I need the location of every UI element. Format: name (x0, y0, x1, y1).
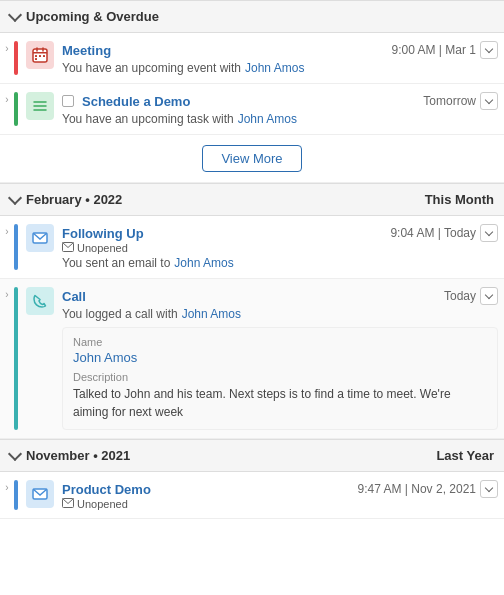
left-bar-meeting (14, 41, 18, 75)
expand-arrow-call[interactable]: › (0, 287, 14, 300)
dropdown-arrow-icon-following-up (485, 228, 493, 236)
expand-arrow-meeting[interactable]: › (0, 41, 14, 54)
section-header-february[interactable]: February • 2022 This Month (0, 183, 504, 216)
section-side-label-november: Last Year (436, 448, 494, 463)
item-top-meeting: Meeting 9:00 AM | Mar 1 (62, 41, 498, 59)
item-subtext-following-up: You sent an email to John Amos (62, 256, 498, 270)
item-right-following-up: 9:04 AM | Today (390, 224, 498, 242)
activity-item-meeting: › Meeting 9:00 AM | Mar 1 (0, 33, 504, 84)
item-right-call: Today (444, 287, 498, 305)
dropdown-arrow-icon-meeting (485, 45, 493, 53)
svg-rect-5 (39, 55, 41, 57)
activity-item-call: › Call Today (0, 279, 504, 439)
activity-item-product-demo: › Product Demo 9:47 AM | Nov 2, 2021 (0, 472, 504, 519)
item-icon-product-demo (26, 480, 54, 508)
section-header-november[interactable]: November • 2021 Last Year (0, 439, 504, 472)
contact-link-schedule-demo[interactable]: John Amos (238, 112, 297, 126)
dropdown-btn-call[interactable] (480, 287, 498, 305)
left-bar-call (14, 287, 18, 430)
item-content-meeting: Meeting 9:00 AM | Mar 1 You have an upco… (62, 41, 498, 75)
activity-item-schedule-demo: › Schedule a Demo Tomorrow (0, 84, 504, 135)
item-content-schedule-demo: Schedule a Demo Tomorrow You have an upc… (62, 92, 498, 126)
item-top-following-up: Following Up 9:04 AM | Today (62, 224, 498, 242)
contact-link-meeting[interactable]: John Amos (245, 61, 304, 75)
item-time-schedule-demo: Tomorrow (423, 94, 476, 108)
svg-rect-4 (35, 55, 37, 57)
chevron-icon-february (8, 191, 22, 205)
item-right-schedule-demo: Tomorrow (423, 92, 498, 110)
chevron-icon-upcoming (8, 8, 22, 22)
contact-link-following-up[interactable]: John Amos (174, 256, 233, 270)
item-time-product-demo: 9:47 AM | Nov 2, 2021 (357, 482, 476, 496)
envelope-small-icon (62, 242, 74, 254)
svg-rect-6 (43, 55, 45, 57)
item-top-product-demo: Product Demo 9:47 AM | Nov 2, 2021 (62, 480, 498, 498)
item-time-following-up: 9:04 AM | Today (390, 226, 476, 240)
view-more-container: View More (0, 135, 504, 183)
item-content-product-demo: Product Demo 9:47 AM | Nov 2, 2021 Unope… (62, 480, 498, 510)
item-content-following-up: Following Up 9:04 AM | Today Unopened (62, 224, 498, 270)
left-bar-schedule-demo (14, 92, 18, 126)
item-content-call: Call Today You logged a call with John A… (62, 287, 498, 430)
expand-arrow-schedule-demo[interactable]: › (0, 92, 14, 105)
section-title-november: November • 2021 (10, 448, 130, 463)
item-time-call: Today (444, 289, 476, 303)
item-icon-meeting (26, 41, 54, 69)
activity-item-following-up: › Following Up 9:04 AM | Today (0, 216, 504, 279)
item-top-call: Call Today (62, 287, 498, 305)
item-title-call[interactable]: Call (62, 289, 86, 304)
svg-rect-7 (35, 58, 37, 60)
item-title-meeting[interactable]: Meeting (62, 43, 111, 58)
item-title-schedule-demo[interactable]: Schedule a Demo (82, 94, 190, 109)
desc-value-call: Talked to John and his team. Next steps … (73, 385, 487, 421)
view-more-button[interactable]: View More (202, 145, 301, 172)
contact-link-call[interactable]: John Amos (182, 307, 241, 321)
dropdown-btn-meeting[interactable] (480, 41, 498, 59)
activity-feed: Upcoming & Overdue › Meeting 9:00 AM | M… (0, 0, 504, 519)
section-title-february: February • 2022 (10, 192, 122, 207)
section-title-upcoming: Upcoming & Overdue (10, 9, 159, 24)
dropdown-arrow-icon-schedule-demo (485, 96, 493, 104)
item-subtext-schedule-demo: You have an upcoming task with John Amos (62, 112, 498, 126)
left-bar-product-demo (14, 480, 18, 510)
detail-box-call: Name John Amos Description Talked to Joh… (62, 327, 498, 430)
item-icon-schedule-demo (26, 92, 54, 120)
item-top-schedule-demo: Schedule a Demo Tomorrow (62, 92, 498, 110)
dropdown-arrow-icon-product-demo (485, 484, 493, 492)
item-right-meeting: 9:00 AM | Mar 1 (392, 41, 499, 59)
dropdown-btn-product-demo[interactable] (480, 480, 498, 498)
envelope-small-icon (62, 498, 74, 510)
item-title-product-demo[interactable]: Product Demo (62, 482, 151, 497)
item-title-following-up[interactable]: Following Up (62, 226, 144, 241)
item-time-meeting: 9:00 AM | Mar 1 (392, 43, 477, 57)
item-right-product-demo: 9:47 AM | Nov 2, 2021 (357, 480, 498, 498)
checkbox-schedule-demo[interactable] (62, 95, 74, 107)
expand-arrow-product-demo[interactable]: › (0, 480, 14, 493)
dropdown-btn-schedule-demo[interactable] (480, 92, 498, 110)
dropdown-btn-following-up[interactable] (480, 224, 498, 242)
svg-rect-1 (33, 52, 47, 54)
name-label-call: Name (73, 336, 487, 348)
chevron-icon-november (8, 447, 22, 461)
desc-label-call: Description (73, 371, 487, 383)
item-icon-call (26, 287, 54, 315)
expand-arrow-following-up[interactable]: › (0, 224, 14, 237)
status-badge-following-up: Unopened (62, 242, 498, 254)
dropdown-arrow-icon-call (485, 291, 493, 299)
status-badge-product-demo: Unopened (62, 498, 498, 510)
item-subtext-meeting: You have an upcoming event with John Amo… (62, 61, 498, 75)
name-value-call[interactable]: John Amos (73, 350, 487, 365)
section-header-upcoming[interactable]: Upcoming & Overdue (0, 0, 504, 33)
item-icon-following-up (26, 224, 54, 252)
left-bar-following-up (14, 224, 18, 270)
section-side-label-february: This Month (425, 192, 494, 207)
item-subtext-call: You logged a call with John Amos (62, 307, 498, 321)
